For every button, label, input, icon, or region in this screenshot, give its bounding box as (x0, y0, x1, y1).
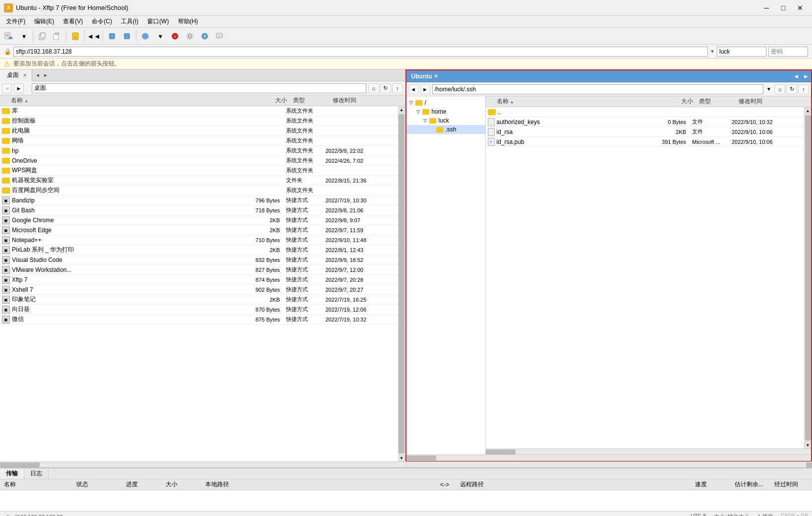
table-row[interactable]: OneDrive 系统文件夹 2022/4/26, 7:02 (0, 156, 398, 166)
left-vscroll[interactable]: ▲ ▼ (398, 106, 405, 461)
table-row[interactable]: 此电脑 系统文件夹 (0, 126, 398, 136)
tree-folder-icon (429, 118, 436, 124)
right-refresh-button[interactable]: ↻ (786, 84, 797, 94)
table-row[interactable]: 机器视觉实验室 文件夹 2022/8/15, 21:36 (0, 176, 398, 186)
globe-dropdown[interactable]: ▾ (153, 30, 167, 43)
table-row[interactable]: Pid_rsa.pub 391 Bytes Microsoft ... 2022… (486, 137, 805, 147)
transfer-tab-transfer[interactable]: 传输 (0, 468, 24, 479)
chat-button[interactable] (213, 30, 227, 43)
right-vscroll[interactable]: ▲ ▼ (804, 107, 811, 449)
table-row[interactable]: ▣印象笔记 2KB 快捷方式 2022/7/19, 16:25 (0, 295, 398, 305)
table-row[interactable]: 库 系统文件夹 (0, 106, 398, 116)
table-row[interactable]: 网络 系统文件夹 (0, 136, 398, 146)
right-hscroll[interactable] (486, 449, 812, 454)
new-session-button[interactable]: + (2, 30, 16, 43)
table-row[interactable]: ▣Git Bash 718 Bytes 快捷方式 2022/9/8, 21:06 (0, 205, 398, 215)
right-header-name: 名称 ▲ (486, 97, 658, 106)
right-hscroll-bottom-thumb[interactable] (406, 455, 436, 460)
left-scroll-down[interactable]: ▼ (398, 454, 405, 461)
table-row[interactable]: id_rsa 2KB 文件 2022/9/10, 10:06 (486, 127, 805, 137)
copy-button[interactable] (35, 30, 49, 43)
sftp-button[interactable]: S (168, 30, 182, 43)
username-input[interactable] (717, 47, 766, 57)
arrow-left-panel[interactable]: ◄◄ (87, 30, 101, 43)
left-hscroll[interactable] (0, 462, 406, 467)
menu-command[interactable]: 命令(C) (88, 16, 116, 27)
right-forward-button[interactable]: ► (420, 84, 430, 94)
right-path-input[interactable] (432, 84, 764, 94)
paste-button[interactable] (50, 30, 64, 43)
bookmark-button[interactable] (68, 30, 82, 43)
globe-button[interactable] (138, 30, 152, 43)
table-row[interactable]: authorized_keys 0 Bytes 文件 2022/9/10, 10… (486, 117, 805, 127)
menu-edit[interactable]: 编辑(E) (30, 16, 58, 27)
right-hscroll-full[interactable] (406, 462, 812, 467)
table-row[interactable]: ▣Xshell 7 902 Bytes 快捷方式 2022/9/7, 20:27 (0, 285, 398, 295)
right-scroll-up[interactable]: ▲ (805, 107, 812, 114)
session-dropdown[interactable]: ▾ (17, 30, 31, 43)
left-refresh-button[interactable]: ↻ (380, 83, 391, 93)
table-row[interactable]: 百度网盘同步空间 系统文件夹 (0, 186, 398, 195)
left-tab-close[interactable]: ✕ (23, 72, 27, 78)
right-scroll-down[interactable]: ▼ (805, 442, 812, 449)
left-scroll-up[interactable]: ▲ (398, 106, 405, 113)
menu-tools[interactable]: 工具(I) (117, 16, 142, 27)
maximize-button[interactable]: □ (775, 2, 791, 14)
left-path-input[interactable] (32, 83, 366, 93)
right-back-button[interactable]: ◄ (408, 84, 418, 94)
right-hscroll-thumb[interactable] (486, 450, 516, 454)
left-tab-prev[interactable]: ◄ (34, 72, 41, 78)
right-tab-nav-prev[interactable]: ◄ (791, 73, 801, 80)
left-up-button[interactable]: ↑ (392, 83, 403, 93)
sftp-url-input[interactable] (13, 47, 708, 57)
close-button[interactable]: ✕ (792, 2, 808, 14)
minimize-button[interactable]: ─ (758, 2, 774, 14)
table-row[interactable]: ▣PixLab 系列 _ 华为打印 2KB 快捷方式 2022/8/1, 12:… (0, 245, 398, 255)
left-home-button[interactable]: ⌂ (368, 83, 379, 93)
menu-view[interactable]: 查看(V) (59, 16, 87, 27)
table-row[interactable]: ▣Microsoft Edge 2KB 快捷方式 2022/9/7, 11:59 (0, 225, 398, 235)
right-up-button[interactable]: ↑ (798, 84, 809, 94)
table-row[interactable]: ▣Notepad++ 710 Bytes 快捷方式 2022/9/10, 11:… (0, 235, 398, 245)
table-row[interactable]: ▣微信 875 Bytes 快捷方式 2022/7/19, 10:32 (0, 315, 398, 324)
right-tab-nav-next[interactable]: ► (801, 73, 811, 80)
right-home-button[interactable]: ⌂ (774, 84, 785, 94)
right-scroll-thumb[interactable] (805, 115, 811, 441)
table-row[interactable]: hp 系统文件夹 2022/9/9, 22:02 (0, 146, 398, 156)
tree-item[interactable]: ▽ / (406, 98, 485, 107)
table-row[interactable]: 控制面板 系统文件夹 (0, 116, 398, 126)
table-row[interactable]: WPS网盘 系统文件夹 (0, 166, 398, 176)
table-row[interactable]: ▣VMware Workstation... 827 Bytes 快捷方式 20… (0, 265, 398, 275)
menu-window[interactable]: 窗口(W) (143, 16, 173, 27)
table-row[interactable]: ▣Bandizip 796 Bytes 快捷方式 2022/7/19, 10:3… (0, 195, 398, 205)
right-tab-ubuntu[interactable]: Ubuntu ✕ (406, 70, 443, 82)
right-bottom-scroll[interactable] (406, 454, 812, 460)
transfer-tab-log[interactable]: 日志 (24, 468, 49, 479)
tree-item[interactable]: ▽ home (406, 107, 485, 116)
blank2[interactable]: ↓ (120, 30, 134, 43)
left-forward-button[interactable]: ► (14, 83, 24, 93)
left-tab-next[interactable]: ► (42, 72, 49, 78)
left-back-button[interactable]: ◄ (2, 83, 12, 93)
left-hscroll-thumb[interactable] (0, 462, 40, 467)
menu-help[interactable]: 帮助(H) (174, 16, 202, 27)
table-row[interactable]: ▣向日葵 870 Bytes 快捷方式 2022/7/19, 12:06 (0, 305, 398, 315)
table-row[interactable]: ▣Visual Studio Code 832 Bytes 快捷方式 2022/… (0, 255, 398, 265)
left-tab-desktop[interactable]: 桌面 ✕ (0, 69, 32, 81)
blank1[interactable]: ↑ (105, 30, 119, 43)
tree-item[interactable]: ▽ luck (406, 116, 485, 125)
table-row[interactable]: ▣Xftp 7 874 Bytes 快捷方式 2022/9/7, 20:28 (0, 275, 398, 285)
shortcut-icon: ▣ (2, 226, 10, 234)
left-scroll-thumb[interactable] (399, 114, 405, 453)
password-input[interactable] (768, 47, 808, 57)
settings-button[interactable] (183, 30, 197, 43)
help-button[interactable]: ? (198, 30, 212, 43)
right-path-dropdown[interactable]: ▼ (765, 86, 772, 92)
menu-file[interactable]: 文件(F) (2, 16, 29, 27)
tree-item[interactable]: .ssh (406, 125, 485, 134)
table-row[interactable]: ▣Google Chrome 2KB 快捷方式 2022/9/8, 9:07 (0, 215, 398, 225)
right-hscroll-full-thumb[interactable] (806, 462, 812, 467)
right-tab-close[interactable]: ✕ (434, 73, 438, 79)
toolbar-sep-3 (84, 30, 85, 42)
table-row[interactable]: .. (486, 107, 805, 117)
